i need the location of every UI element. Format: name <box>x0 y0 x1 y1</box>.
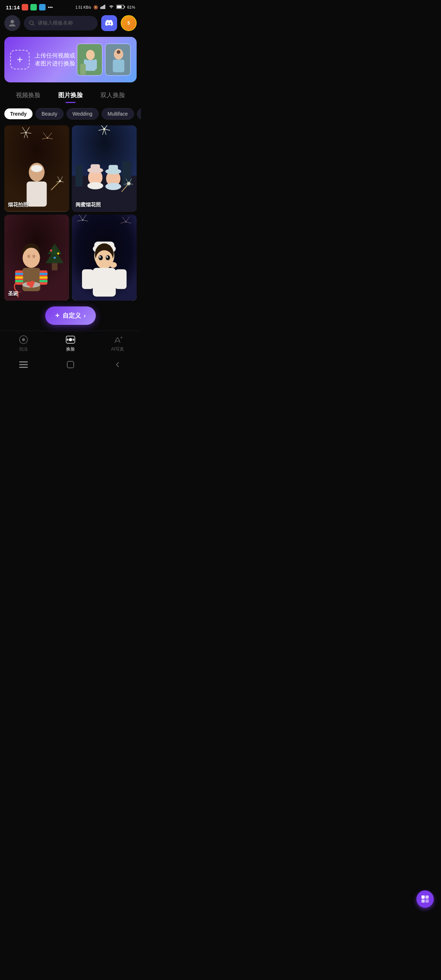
svg-rect-82 <box>15 277 23 278</box>
svg-point-90 <box>27 255 30 258</box>
plus-icon: + <box>17 54 23 65</box>
svg-point-77 <box>54 256 56 259</box>
svg-point-103 <box>82 220 83 221</box>
svg-rect-81 <box>15 273 23 275</box>
banner-preview-1 <box>76 43 103 76</box>
play-icon <box>18 335 29 345</box>
grid-item-snow[interactable] <box>72 215 137 301</box>
snow-photo <box>72 215 137 301</box>
svg-rect-6 <box>117 6 121 8</box>
search-bar[interactable]: 请输入模板名称 <box>24 16 97 30</box>
network-speed: 1.51 KB/s <box>76 5 91 10</box>
fab-label: 自定义 <box>62 312 81 320</box>
banner-preview-images <box>76 43 131 76</box>
svg-rect-132 <box>19 364 28 365</box>
svg-point-8 <box>30 21 33 25</box>
nav-item-play[interactable]: 玩法 <box>13 335 34 352</box>
svg-rect-120 <box>115 269 126 289</box>
sys-back-button[interactable] <box>112 359 123 371</box>
grid-label-firework: 烟花拍照 <box>8 202 28 208</box>
sys-menu-button[interactable] <box>18 359 29 371</box>
svg-point-76 <box>57 252 59 255</box>
svg-point-45 <box>31 165 43 172</box>
svg-rect-85 <box>40 273 47 275</box>
svg-point-30 <box>25 132 27 133</box>
signal-icon <box>100 5 106 10</box>
svg-rect-86 <box>40 277 47 278</box>
filter-row: Trendy Beauty Wedding Multiface Chinese … <box>0 107 141 126</box>
svg-point-63 <box>88 182 103 189</box>
svg-rect-3 <box>104 5 105 9</box>
battery-icon <box>116 5 125 10</box>
grid-item-christmas[interactable]: 圣诞 <box>4 215 69 301</box>
grid-item-firework[interactable]: 烟花拍照 <box>4 126 69 212</box>
svg-point-7 <box>11 20 14 24</box>
tab-video[interactable]: 视频换脸 <box>7 88 49 102</box>
svg-point-89 <box>23 248 40 268</box>
app-icon-1 <box>22 4 28 11</box>
nav-item-ai[interactable]: AI写真 <box>107 335 128 352</box>
search-placeholder: 请输入模板名称 <box>38 20 73 26</box>
svg-point-121 <box>110 262 117 268</box>
grid-item-friends[interactable]: 闺蜜烟花照 <box>72 126 137 212</box>
nav-item-faceswap[interactable]: 换脸 <box>60 335 81 352</box>
level-badge[interactable]: 5 <box>121 15 137 31</box>
banner-text: 上传任何视频或者图片进行换脸 <box>35 52 76 68</box>
svg-rect-5 <box>124 6 125 8</box>
svg-line-9 <box>33 24 34 25</box>
grid-label-friends: 闺蜜烟花照 <box>76 202 101 208</box>
svg-point-117 <box>106 256 108 258</box>
svg-rect-60 <box>91 164 100 171</box>
banner-preview-2 <box>105 43 131 76</box>
top-bar: 请输入模板名称 5 <box>0 13 141 35</box>
svg-point-116 <box>99 256 101 258</box>
svg-rect-1 <box>102 6 103 9</box>
svg-rect-131 <box>19 361 28 363</box>
app-icon-3 <box>39 4 46 11</box>
svg-point-11 <box>86 50 95 60</box>
firework-photo <box>4 126 69 212</box>
svg-rect-18 <box>113 60 124 72</box>
nav-label-ai: AI写真 <box>111 346 124 352</box>
svg-point-129 <box>69 338 72 341</box>
system-nav <box>0 355 141 376</box>
avatar-button[interactable] <box>4 15 20 31</box>
svg-rect-14 <box>94 59 97 69</box>
svg-rect-74 <box>52 263 57 270</box>
svg-rect-118 <box>93 268 116 297</box>
wifi-icon <box>108 5 114 10</box>
banner-plus-button[interactable]: + <box>10 50 30 69</box>
mute-icon: 🔕 <box>93 5 98 10</box>
filter-wedding[interactable]: Wedding <box>67 108 99 119</box>
filter-multiface[interactable]: Multiface <box>102 108 134 119</box>
svg-rect-0 <box>100 7 102 9</box>
svg-rect-2 <box>103 5 104 9</box>
grid-label-christmas: 圣诞 <box>8 291 18 297</box>
svg-rect-87 <box>40 280 47 282</box>
svg-rect-48 <box>76 165 83 186</box>
svg-point-19 <box>117 50 120 54</box>
svg-rect-133 <box>19 367 28 368</box>
filter-chinese-style[interactable]: Chinese Style <box>137 108 141 119</box>
svg-rect-83 <box>15 280 23 282</box>
discord-button[interactable] <box>101 15 117 31</box>
fab-plus-icon: + <box>55 312 60 320</box>
svg-point-56 <box>103 128 105 130</box>
svg-rect-79 <box>22 268 40 291</box>
customize-button[interactable]: + 自定义 › <box>45 306 96 325</box>
battery-percent: 61% <box>127 5 135 10</box>
template-grid: 烟花拍照 <box>0 126 141 301</box>
svg-point-35 <box>47 137 48 139</box>
more-dots: ••• <box>48 5 53 10</box>
filter-trendy[interactable]: Trendy <box>4 108 33 119</box>
bottom-nav: 玩法 换脸 AI写真 <box>0 331 141 355</box>
tab-dual[interactable]: 双人换脸 <box>91 88 134 102</box>
svg-rect-62 <box>108 165 118 173</box>
svg-point-95 <box>29 283 33 288</box>
filter-beauty[interactable]: Beauty <box>35 108 64 119</box>
upload-banner[interactable]: + 上传任何视频或者图片进行换脸 <box>4 37 137 83</box>
ai-icon <box>112 335 123 345</box>
tab-photo[interactable]: 图片换脸 <box>49 88 92 102</box>
svg-point-127 <box>22 338 25 341</box>
sys-home-button[interactable] <box>65 359 76 371</box>
